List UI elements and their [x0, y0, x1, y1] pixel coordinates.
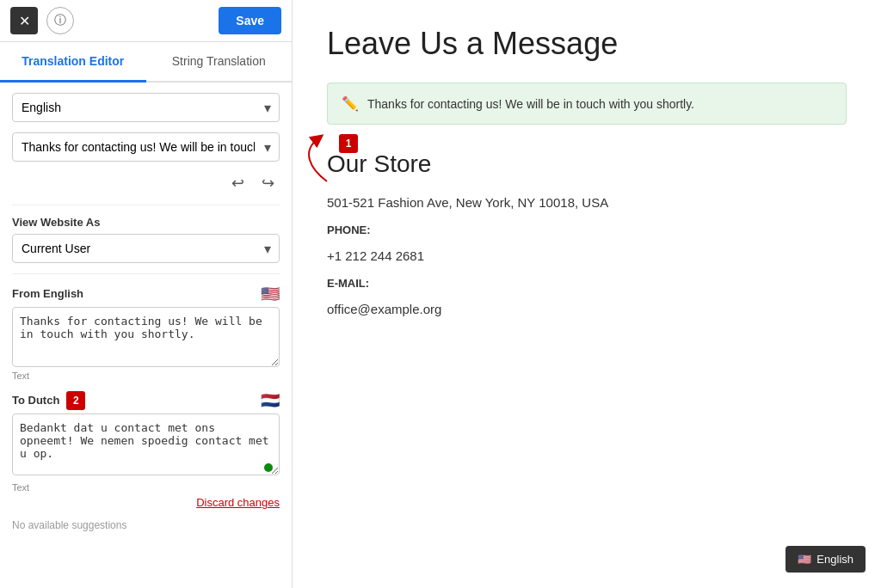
- no-suggestions-label: No available suggestions: [12, 519, 280, 531]
- left-panel: ✕ ⓘ Save Translation Editor String Trans…: [0, 0, 293, 588]
- undo-redo-bar: ↩ ↪: [12, 172, 280, 194]
- nl-flag-icon: 🇳🇱: [261, 391, 280, 410]
- to-dutch-section: To Dutch 2 🇳🇱 Text Discard changes: [12, 391, 280, 509]
- from-english-header: From English 🇺🇸: [12, 285, 280, 303]
- redo-button[interactable]: ↪: [256, 172, 280, 194]
- divider-2: [12, 273, 280, 274]
- from-english-section: From English 🇺🇸 Text: [12, 285, 280, 381]
- edit-icon[interactable]: ✏️: [342, 95, 359, 112]
- to-dutch-label: To Dutch: [12, 394, 59, 407]
- view-as-select[interactable]: Current User Guest Admin: [12, 234, 280, 263]
- save-indicator: [264, 463, 273, 472]
- tabs: Translation Editor String Translation: [0, 42, 292, 83]
- store-email: office@example.org: [327, 302, 847, 316]
- view-website-as-section: View Website As Current User Guest Admin: [12, 216, 280, 263]
- store-address: 501-521 Fashion Ave, New York, NY 10018,…: [327, 195, 847, 210]
- store-phone-label: PHONE:: [327, 222, 847, 236]
- lang-badge-flag: 🇺🇸: [798, 553, 811, 566]
- store-phone: +1 212 244 2681: [327, 248, 847, 263]
- info-icon[interactable]: ⓘ: [46, 7, 74, 34]
- from-english-type-label: Text: [12, 371, 280, 381]
- to-dutch-type-label: Text: [12, 482, 280, 493]
- store-info: 501-521 Fashion Ave, New York, NY 10018,…: [327, 195, 847, 316]
- view-as-select-wrapper[interactable]: Current User Guest Admin: [12, 234, 280, 263]
- language-select[interactable]: English Dutch French: [12, 93, 280, 122]
- store-section-title: Our Store: [327, 150, 847, 178]
- email-label: E-MAIL:: [327, 277, 369, 290]
- notification-text: Thanks for contacting us! We will be in …: [367, 97, 694, 111]
- from-english-label: From English: [12, 287, 83, 300]
- close-button[interactable]: ✕: [10, 7, 38, 34]
- top-bar: ✕ ⓘ Save: [0, 0, 292, 42]
- notification-bar: ✏️ Thanks for contacting us! We will be …: [327, 83, 847, 125]
- annotation-badge-2: 2: [66, 391, 85, 410]
- annotation-1-container: 1: [293, 134, 358, 186]
- page-title: Leave Us a Message: [327, 26, 847, 62]
- divider-1: [12, 205, 280, 205]
- notification-area: ✏️ Thanks for contacting us! We will be …: [327, 83, 847, 125]
- phone-label: PHONE:: [327, 224, 371, 236]
- us-flag-icon: 🇺🇸: [261, 285, 280, 303]
- undo-button[interactable]: ↩: [226, 172, 250, 194]
- store-email-label: E-MAIL:: [327, 275, 847, 290]
- dutch-textarea-wrapper: [12, 413, 280, 479]
- string-select-wrapper[interactable]: Thanks for contacting us! We will be in …: [12, 132, 280, 162]
- discard-changes-link[interactable]: Discard changes: [196, 496, 280, 509]
- to-dutch-header: To Dutch 2 🇳🇱: [12, 391, 280, 410]
- source-text-area: [12, 307, 280, 367]
- save-button[interactable]: Save: [219, 7, 281, 34]
- discard-row: Discard changes: [12, 496, 280, 509]
- panel-content: English Dutch French Thanks for contacti…: [0, 83, 292, 542]
- dutch-textarea[interactable]: [12, 413, 280, 475]
- annotation-arrow-1: [293, 134, 336, 186]
- view-website-label: View Website As: [12, 216, 280, 229]
- annotation-badge-1: 1: [339, 134, 358, 153]
- lang-badge-label: English: [816, 553, 853, 566]
- tab-translation-editor[interactable]: Translation Editor: [0, 42, 146, 83]
- tab-string-translation[interactable]: String Translation: [146, 42, 293, 83]
- language-select-wrapper[interactable]: English Dutch French: [12, 93, 280, 122]
- right-panel: Leave Us a Message ✏️ Thanks for contact…: [293, 0, 881, 588]
- string-select[interactable]: Thanks for contacting us! We will be in …: [12, 132, 280, 162]
- language-badge[interactable]: 🇺🇸 English: [786, 546, 866, 573]
